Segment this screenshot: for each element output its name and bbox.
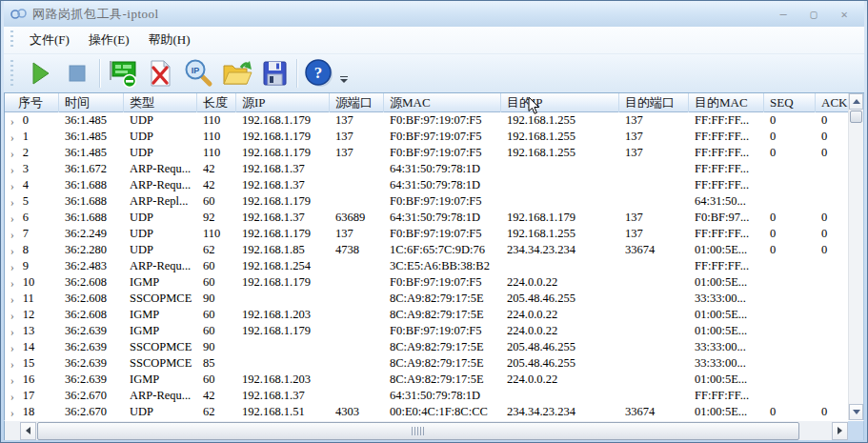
column-header-dst_port[interactable]: 目的端口 [619,93,689,112]
toolbar-overflow-button[interactable] [340,76,348,83]
column-header-type[interactable]: 类型 [124,93,197,112]
row-expand-icon[interactable]: › [10,372,14,388]
menu-file[interactable]: 文件(F) [20,29,79,51]
cell-seq [764,388,816,404]
vertical-scrollbar[interactable] [848,93,863,420]
row-number: 11 [23,292,34,305]
horizontal-scroll-track[interactable] [5,421,20,440]
table-row[interactable]: ›1636:2.639IGMP60192.168.1.2038C:A9:82:7… [5,372,848,388]
row-expand-icon[interactable]: › [10,307,14,323]
table-row[interactable]: ›1136:2.608SSCOPMCE908C:A9:82:79:17:5E20… [5,291,848,307]
close-button[interactable]: ✕ [836,8,853,21]
scroll-down-button[interactable] [849,404,863,420]
start-capture-button[interactable] [20,56,58,91]
cell-src_ip: 192.168.1.179 [236,193,330,210]
cell-no: ›9 [5,258,59,274]
table-row[interactable]: ›1436:2.639SSCOPMCE908C:A9:82:79:17:5E20… [5,339,848,355]
row-expand-icon[interactable]: › [10,210,14,226]
column-header-dst_mac[interactable]: 目的MAC [689,93,764,112]
vertical-scroll-track[interactable] [849,124,863,404]
row-expand-icon[interactable]: › [10,258,14,274]
column-header-length[interactable]: 长度 [197,93,236,112]
scroll-left-button[interactable] [20,422,36,440]
maximize-button[interactable]: ▢ [805,8,822,21]
cell-dst_port: 137 [619,210,689,226]
select-adapter-button[interactable] [103,56,141,91]
arrow-left-icon [26,427,30,434]
column-header-no[interactable]: 序号 [5,93,59,112]
table-row[interactable]: ›536:1.688ARP-Repl...60192.168.1.179F0:B… [5,193,848,210]
table-row[interactable]: ›336:1.672ARP-Requ...42192.168.1.3764:31… [5,161,848,177]
row-expand-icon[interactable]: › [10,226,14,242]
row-expand-icon[interactable]: › [10,355,14,372]
row-expand-icon[interactable]: › [10,323,14,339]
cell-dst_port [619,161,689,177]
column-header-seq[interactable]: SEQ [764,93,816,112]
table-row[interactable]: ›1836:2.670UDP62192.168.1.51430300:E0:4C… [5,404,848,420]
vertical-scroll-thumb[interactable] [850,111,862,123]
scroll-right-button[interactable] [832,422,848,440]
row-expand-icon[interactable]: › [10,339,14,355]
help-button[interactable]: ? [300,56,338,91]
horizontal-scroll-thumb[interactable] [37,422,799,440]
ip-query-button[interactable]: IP [179,56,217,91]
arrow-down-icon [853,410,860,414]
cell-length: 110 [197,226,236,242]
table-row[interactable]: ›036:1.485UDP110192.168.1.179137F0:BF:97… [5,112,848,129]
row-expand-icon[interactable]: › [10,193,14,210]
row-expand-icon[interactable]: › [10,274,14,291]
open-file-button[interactable] [217,56,255,91]
horizontal-scrollbar[interactable] [4,420,864,440]
column-header-dst_ip[interactable]: 目的IP [501,93,619,112]
table-row[interactable]: ›236:1.485UDP110192.168.1.179137F0:BF:97… [5,145,848,161]
column-header-src_port[interactable]: 源端口 [330,93,384,112]
row-expand-icon[interactable]: › [10,129,14,145]
clear-packets-button[interactable] [141,56,179,91]
column-header-time[interactable]: 时间 [59,93,124,112]
cell-time: 36:2.249 [59,226,124,242]
stop-capture-button[interactable] [58,56,96,91]
scroll-up-button[interactable] [849,93,863,110]
column-header-src_mac[interactable]: 源MAC [384,93,501,112]
titlebar[interactable]: 网路岗抓包工具-iptool – ▢ ✕ [4,1,864,27]
row-number: 14 [23,340,35,353]
table-row[interactable]: ›1036:2.608IGMP60192.168.1.179F0:BF:97:1… [5,274,848,291]
row-expand-icon[interactable]: › [10,291,14,307]
column-header-src_ip[interactable]: 源IP [236,93,330,112]
cell-type: ARP-Requ... [124,388,197,404]
row-expand-icon[interactable]: › [10,404,14,420]
menu-help[interactable]: 帮助(H) [139,29,200,51]
table-row[interactable]: ›436:1.688ARP-Requ...42192.168.1.3764:31… [5,177,848,193]
cell-src_ip: 192.168.1.37 [236,210,330,226]
table-row[interactable]: ›1536:2.639SSCOPMCE858C:A9:82:79:17:5E20… [5,355,848,372]
row-expand-icon[interactable]: › [10,388,14,404]
cell-src_port [330,274,384,291]
cell-dst_port [619,355,689,372]
table-row[interactable]: ›1236:2.608IGMP60192.168.1.2038C:A9:82:7… [5,307,848,323]
cell-no: ›8 [5,242,59,258]
row-expand-icon[interactable]: › [10,242,14,258]
arrow-up-icon [853,99,860,104]
minimize-button[interactable]: – [775,8,792,21]
table-row[interactable]: ›1336:2.639IGMP60192.168.1.179F0:BF:97:1… [5,323,848,339]
table-row[interactable]: ›136:1.485UDP110192.168.1.179137F0:BF:97… [5,129,848,145]
table-row[interactable]: ›736:2.249UDP110192.168.1.179137F0:BF:97… [5,226,848,242]
table-row[interactable]: ›1736:2.670ARP-Requ...42192.168.1.3764:3… [5,388,848,404]
save-file-button[interactable] [255,56,293,91]
table-row[interactable]: ›836:2.280UDP62192.168.1.8547381C:6F:65:… [5,242,848,258]
row-expand-icon[interactable]: › [10,112,14,129]
toolbar-separator [99,59,100,88]
row-expand-icon[interactable]: › [10,161,14,177]
menu-operate[interactable]: 操作(E) [79,29,139,51]
menubar-grip[interactable] [10,30,14,50]
cell-type: ARP-Repl... [124,193,197,210]
row-number: 7 [23,227,29,240]
horizontal-scroll-track[interactable] [800,422,832,440]
table-row[interactable]: ›636:1.688UDP92192.168.1.376368964:31:50… [5,210,848,226]
toolbar-separator [296,59,297,88]
row-expand-icon[interactable]: › [10,177,14,193]
toolbar-grip[interactable] [10,60,14,87]
table-row[interactable]: ›936:2.483ARP-Requ...60192.168.1.2543C:E… [5,258,848,274]
row-expand-icon[interactable]: › [10,145,14,161]
column-header-ack[interactable]: ACK [816,93,848,112]
